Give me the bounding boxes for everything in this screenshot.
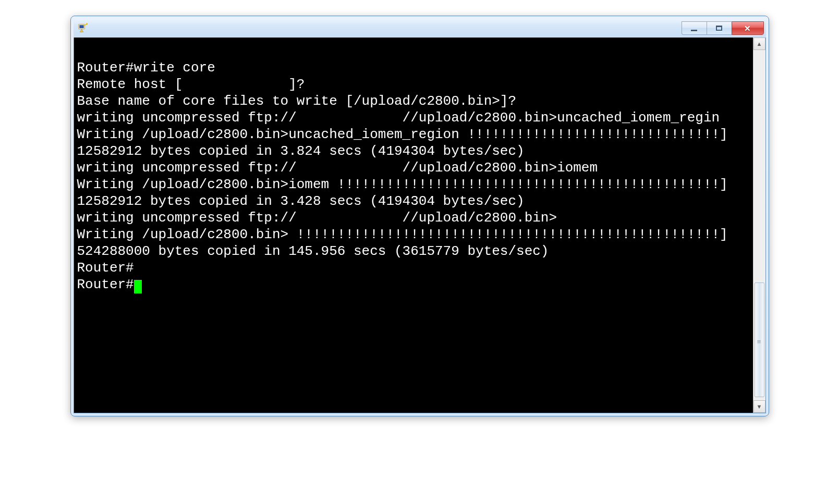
minimize-icon bbox=[691, 30, 697, 31]
svg-rect-1 bbox=[79, 25, 83, 28]
terminal-line: 12582912 bytes copied in 3.428 secs (419… bbox=[77, 193, 750, 210]
chevron-up-icon: ▲ bbox=[757, 41, 762, 47]
cursor bbox=[134, 280, 142, 293]
scrollbar-track[interactable] bbox=[753, 50, 765, 400]
app-icon bbox=[78, 23, 88, 33]
terminal-line: 524288000 bytes copied in 145.956 secs (… bbox=[77, 243, 750, 260]
maximize-button[interactable] bbox=[707, 21, 732, 35]
terminal-line: writing uncompressed ftp:// //upload/c28… bbox=[77, 159, 750, 176]
client-area: Router#write coreRemote host [ ]?Base na… bbox=[74, 38, 766, 413]
scroll-up-button[interactable]: ▲ bbox=[753, 38, 765, 50]
terminal-line: Router# bbox=[77, 260, 750, 276]
scrollbar-thumb[interactable] bbox=[755, 282, 764, 397]
scroll-down-button[interactable]: ▼ bbox=[753, 400, 765, 413]
terminal-line: writing uncompressed ftp:// //upload/c28… bbox=[77, 210, 750, 226]
terminal-output: Router#write coreRemote host [ ]?Base na… bbox=[77, 59, 750, 293]
titlebar[interactable]: ✕ bbox=[74, 19, 766, 38]
terminal-line: writing uncompressed ftp:// //upload/c28… bbox=[77, 109, 750, 126]
maximize-icon bbox=[716, 26, 722, 31]
window-controls: ✕ bbox=[682, 21, 764, 35]
close-button[interactable]: ✕ bbox=[732, 21, 764, 35]
chevron-down-icon: ▼ bbox=[757, 403, 762, 410]
terminal-line: Writing /upload/c2800.bin>uncached_iomem… bbox=[77, 126, 750, 143]
app-window: ✕ Router#write coreRemote host [ ]?Base … bbox=[70, 16, 769, 416]
terminal-line: Remote host [ ]? bbox=[77, 76, 750, 93]
terminal-line: Writing /upload/c2800.bin>iomem !!!!!!!!… bbox=[77, 176, 750, 193]
vertical-scrollbar[interactable]: ▲ ▼ bbox=[753, 38, 765, 413]
terminal-line: Router#write core bbox=[77, 59, 750, 76]
terminal-line: Writing /upload/c2800.bin> !!!!!!!!!!!!!… bbox=[77, 226, 750, 243]
terminal-line: 12582912 bytes copied in 3.824 secs (419… bbox=[77, 143, 750, 159]
minimize-button[interactable] bbox=[682, 21, 707, 35]
close-icon: ✕ bbox=[744, 24, 751, 32]
terminal-line: Router# bbox=[77, 276, 750, 293]
terminal[interactable]: Router#write coreRemote host [ ]?Base na… bbox=[74, 38, 753, 413]
terminal-line: Base name of core files to write [/uploa… bbox=[77, 93, 750, 109]
